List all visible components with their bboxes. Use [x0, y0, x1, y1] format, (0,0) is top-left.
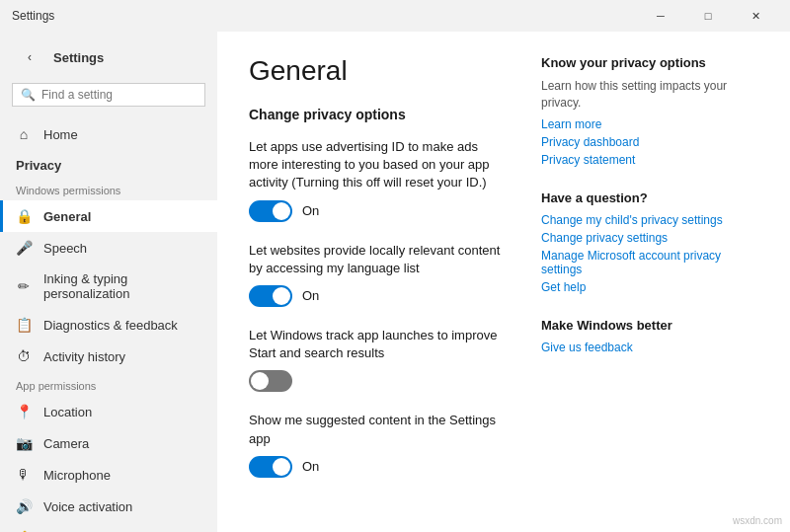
close-button[interactable]: ✕ — [733, 0, 778, 32]
toggle-suggested-label: On — [302, 459, 319, 474]
aside-link-manage-account[interactable]: Manage Microsoft account privacy setting… — [541, 249, 758, 276]
search-input[interactable] — [41, 88, 197, 102]
aside-better-title: Make Windows better — [541, 318, 758, 333]
toggle-advertising-row: On — [249, 200, 502, 222]
toggle-tracking-thumb — [251, 372, 269, 390]
toggle-language-row: On — [249, 285, 502, 307]
toggle-tracking-row — [249, 370, 502, 392]
aside-privacy-description: Learn how this setting impacts your priv… — [541, 78, 758, 112]
privacy-label: Privacy — [0, 150, 217, 177]
aside-better: Make Windows better Give us feedback — [541, 318, 758, 354]
sidebar-item-voice[interactable]: 🔊 Voice activation — [0, 491, 217, 522]
sidebar-item-voice-label: Voice activation — [43, 499, 132, 514]
sidebar-item-notifications[interactable]: 🔔 Notifications — [0, 522, 217, 532]
back-button[interactable]: ‹ — [16, 43, 43, 71]
sidebar-item-inking-label: Inking & typing personalization — [43, 271, 201, 301]
setting-tracking-description: Let Windows track app launches to improv… — [249, 327, 502, 362]
sidebar-item-diagnostics-label: Diagnostics & feedback — [43, 318, 178, 333]
speech-icon: 🎤 — [16, 240, 32, 256]
sidebar-item-location[interactable]: 📍 Location — [0, 396, 217, 427]
diagnostics-icon: 📋 — [16, 317, 32, 333]
location-icon: 📍 — [16, 404, 32, 419]
sidebar: ‹ Settings 🔍 ⌂ Home Privacy Windows perm… — [0, 32, 217, 532]
sidebar-item-microphone[interactable]: 🎙 Microphone — [0, 459, 217, 491]
content-main: General Change privacy options Let apps … — [249, 55, 502, 508]
sidebar-header: ‹ Settings — [0, 32, 217, 79]
page-title: General — [249, 55, 502, 87]
toggle-advertising[interactable] — [249, 200, 292, 222]
aside-link-privacy-dashboard[interactable]: Privacy dashboard — [541, 135, 758, 149]
sidebar-item-general[interactable]: 🔒 General — [0, 200, 217, 232]
titlebar-title: Settings — [12, 9, 54, 23]
aside-link-feedback[interactable]: Give us feedback — [541, 341, 758, 354]
setting-language: Let websites provide locally relevant co… — [249, 242, 502, 307]
general-icon: 🔒 — [16, 208, 32, 224]
camera-icon: 📷 — [16, 435, 32, 451]
titlebar-controls: ─ □ ✕ — [638, 0, 778, 32]
voice-icon: 🔊 — [16, 498, 32, 514]
home-icon: ⌂ — [16, 126, 32, 142]
sidebar-app-title: Settings — [53, 50, 104, 65]
toggle-language[interactable] — [249, 285, 292, 307]
setting-tracking: Let Windows track app launches to improv… — [249, 327, 502, 392]
sidebar-item-camera[interactable]: 📷 Camera — [0, 427, 217, 459]
toggle-tracking-track — [249, 370, 292, 392]
activity-icon: ⏱ — [16, 348, 32, 364]
sidebar-item-speech-label: Speech — [43, 241, 87, 256]
sidebar-item-activity[interactable]: ⏱ Activity history — [0, 341, 217, 372]
aside-link-child-privacy[interactable]: Change my child's privacy settings — [541, 213, 758, 227]
search-icon: 🔍 — [21, 88, 36, 102]
sidebar-item-home[interactable]: ⌂ Home — [0, 118, 217, 150]
aside-question-title: Have a question? — [541, 190, 758, 205]
maximize-button[interactable]: □ — [685, 0, 731, 32]
toggle-advertising-track — [249, 200, 292, 222]
sidebar-item-home-label: Home — [43, 127, 78, 142]
aside-question: Have a question? Change my child's priva… — [541, 190, 758, 294]
aside-link-get-help[interactable]: Get help — [541, 280, 758, 294]
sidebar-item-location-label: Location — [43, 405, 92, 419]
windows-permissions-label: Windows permissions — [0, 177, 217, 200]
toggle-tracking[interactable] — [249, 370, 292, 392]
toggle-advertising-label: On — [302, 203, 319, 218]
setting-advertising: Let apps use advertising ID to make ads … — [249, 138, 502, 222]
titlebar: Settings ─ □ ✕ — [0, 0, 790, 32]
aside-link-learn-more[interactable]: Learn more — [541, 117, 758, 131]
setting-suggested-description: Show me suggested content in the Setting… — [249, 412, 502, 447]
sidebar-item-speech[interactable]: 🎤 Speech — [0, 232, 217, 264]
sidebar-item-inking[interactable]: ✏ Inking & typing personalization — [0, 264, 217, 309]
toggle-suggested[interactable] — [249, 456, 292, 478]
toggle-suggested-thumb — [273, 458, 290, 476]
aside-link-privacy-statement[interactable]: Privacy statement — [541, 153, 758, 167]
sidebar-item-microphone-label: Microphone — [43, 468, 111, 483]
sidebar-item-camera-label: Camera — [43, 436, 89, 451]
minimize-button[interactable]: ─ — [638, 0, 683, 32]
toggle-language-label: On — [302, 288, 319, 303]
aside-link-change-privacy[interactable]: Change privacy settings — [541, 231, 758, 245]
setting-language-description: Let websites provide locally relevant co… — [249, 242, 502, 277]
app-permissions-label: App permissions — [0, 372, 217, 396]
search-box[interactable]: 🔍 — [12, 83, 205, 107]
content-sidebar: Know your privacy options Learn how this… — [541, 55, 758, 508]
microphone-icon: 🎙 — [16, 467, 32, 483]
toggle-suggested-row: On — [249, 456, 502, 478]
aside-privacy-options: Know your privacy options Learn how this… — [541, 55, 758, 167]
toggle-advertising-thumb — [273, 202, 290, 220]
toggle-language-track — [249, 285, 292, 307]
section-title: Change privacy options — [249, 107, 502, 122]
toggle-language-thumb — [273, 287, 290, 305]
app-container: ‹ Settings 🔍 ⌂ Home Privacy Windows perm… — [0, 32, 790, 532]
toggle-suggested-track — [249, 456, 292, 478]
content-area: General Change privacy options Let apps … — [217, 32, 790, 532]
inking-icon: ✏ — [16, 278, 32, 294]
sidebar-item-general-label: General — [43, 209, 91, 224]
sidebar-item-diagnostics[interactable]: 📋 Diagnostics & feedback — [0, 309, 217, 341]
setting-advertising-description: Let apps use advertising ID to make ads … — [249, 138, 502, 192]
titlebar-left: Settings — [12, 9, 54, 23]
sidebar-item-activity-label: Activity history — [43, 349, 125, 364]
aside-privacy-title: Know your privacy options — [541, 55, 758, 70]
setting-suggested: Show me suggested content in the Setting… — [249, 412, 502, 477]
